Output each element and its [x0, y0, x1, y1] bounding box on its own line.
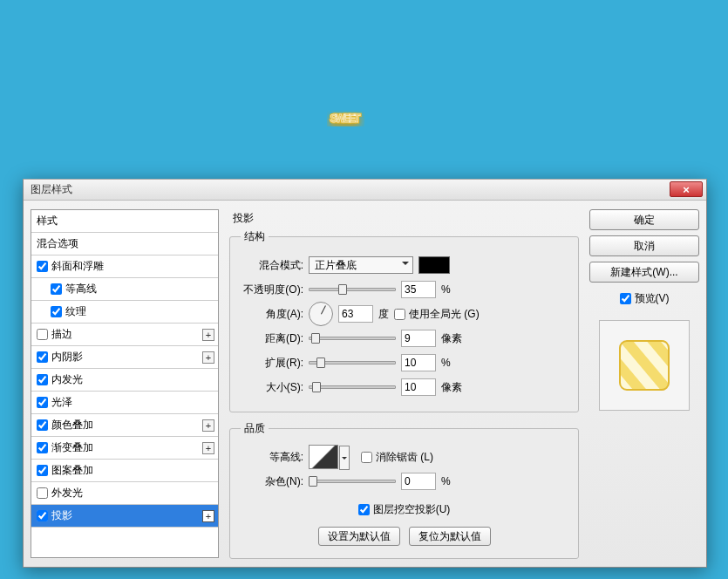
style-item-pattern-overlay[interactable]: 图案叠加	[31, 460, 218, 482]
preview-check[interactable]: 预览(V)	[589, 291, 699, 306]
ok-button[interactable]: 确定	[589, 209, 699, 230]
outer-glow-label: 外发光	[51, 486, 83, 501]
titlebar: 图层样式 ×	[24, 180, 706, 201]
styles-header-label: 样式	[37, 214, 58, 228]
antialias-checkbox[interactable]	[361, 452, 372, 463]
svg-text:SWEET: SWEET	[330, 112, 361, 125]
contour-picker[interactable]	[309, 445, 338, 469]
new-style-button[interactable]: 新建样式(W)...	[589, 262, 699, 283]
style-item-texture[interactable]: 纹理	[31, 301, 218, 324]
shadow-color-swatch[interactable]	[418, 256, 450, 274]
distance-input[interactable]	[401, 330, 436, 347]
opacity-slider[interactable]	[309, 288, 396, 291]
spread-input[interactable]	[401, 354, 436, 371]
noise-label: 杂色(N):	[241, 474, 303, 489]
style-item-color-overlay[interactable]: 颜色叠加 +	[31, 414, 218, 437]
distance-slider[interactable]	[309, 337, 396, 340]
style-list-header[interactable]: 样式	[31, 210, 218, 233]
drop-shadow-settings: 投影 结构 混合模式: 正片叠底 不透明度(O): % 角	[226, 209, 582, 558]
spread-slider[interactable]	[309, 361, 396, 364]
panel-title: 投影	[233, 211, 579, 226]
style-item-drop-shadow[interactable]: 投影 +	[31, 505, 218, 528]
cancel-button[interactable]: 取消	[589, 235, 699, 256]
style-item-stroke[interactable]: 描边 +	[31, 324, 218, 346]
color-overlay-add-icon[interactable]: +	[202, 419, 214, 432]
style-item-satin[interactable]: 光泽	[31, 392, 218, 414]
gradient-overlay-checkbox[interactable]	[37, 442, 48, 453]
angle-dial[interactable]	[309, 302, 333, 326]
size-input[interactable]	[401, 378, 436, 396]
knockout-label: 图层挖空投影(U)	[373, 502, 451, 517]
style-item-inner-shadow[interactable]: 内阴影 +	[31, 346, 218, 369]
noise-unit: %	[441, 475, 451, 487]
stroke-checkbox[interactable]	[37, 329, 48, 340]
gradient-overlay-label: 渐变叠加	[51, 440, 93, 455]
opacity-label: 不透明度(O):	[241, 283, 303, 297]
texture-checkbox[interactable]	[51, 306, 62, 317]
reset-default-button[interactable]: 复位为默认值	[409, 527, 491, 546]
inner-glow-checkbox[interactable]	[37, 374, 48, 385]
style-list: 样式 混合选项 斜面和浮雕 等高线 纹理 描边 +	[31, 209, 219, 558]
opacity-input[interactable]	[401, 281, 436, 298]
stroke-label: 描边	[51, 327, 72, 342]
make-default-button[interactable]: 设置为默认值	[318, 527, 400, 546]
pattern-overlay-checkbox[interactable]	[37, 465, 48, 476]
texture-label: 纹理	[65, 304, 86, 319]
contour-label: 等高线	[65, 282, 97, 296]
sweet-candy-text: SWEET SWEET	[109, 17, 580, 157]
quality-fieldset: 品质 等高线: 消除锯齿 (L) 杂色(N): %	[229, 421, 579, 559]
antialias-label: 消除锯齿 (L)	[376, 450, 433, 465]
pattern-overlay-label: 图案叠加	[51, 463, 93, 478]
bevel-checkbox[interactable]	[37, 261, 48, 272]
contour-dropdown-icon[interactable]	[339, 446, 350, 470]
close-button[interactable]: ×	[670, 181, 703, 197]
size-label: 大小(S):	[241, 380, 303, 395]
quality-legend: 品质	[241, 421, 269, 436]
preview-box	[599, 320, 690, 411]
drop-shadow-checkbox[interactable]	[37, 510, 48, 521]
noise-slider[interactable]	[309, 480, 396, 483]
preview-checkbox[interactable]	[620, 293, 631, 304]
global-light-check[interactable]: 使用全局光 (G)	[394, 307, 480, 322]
satin-checkbox[interactable]	[37, 397, 48, 408]
blend-mode-label: 混合模式:	[241, 258, 303, 273]
style-item-bevel[interactable]: 斜面和浮雕	[31, 255, 218, 278]
inner-shadow-checkbox[interactable]	[37, 351, 48, 363]
color-overlay-checkbox[interactable]	[37, 419, 48, 431]
blend-options-row[interactable]: 混合选项	[31, 233, 218, 255]
style-item-inner-glow[interactable]: 内发光	[31, 369, 218, 392]
knockout-checkbox[interactable]	[358, 504, 370, 515]
outer-glow-checkbox[interactable]	[37, 487, 48, 499]
angle-label: 角度(A):	[241, 307, 303, 322]
bevel-label: 斜面和浮雕	[51, 259, 104, 274]
global-light-checkbox[interactable]	[394, 309, 405, 320]
preview-swatch-icon	[616, 337, 672, 393]
antialias-check[interactable]: 消除锯齿 (L)	[361, 450, 433, 465]
size-unit: 像素	[441, 380, 462, 395]
spread-unit: %	[441, 357, 451, 369]
inner-shadow-add-icon[interactable]: +	[202, 351, 214, 364]
style-item-gradient-overlay[interactable]: 渐变叠加 +	[31, 437, 218, 460]
angle-input[interactable]	[338, 305, 373, 323]
style-item-outer-glow[interactable]: 外发光	[31, 482, 218, 505]
preview-label: 预览(V)	[635, 291, 670, 306]
gradient-overlay-add-icon[interactable]: +	[202, 442, 214, 454]
right-column: 确定 取消 新建样式(W)... 预览(V)	[589, 209, 699, 558]
style-item-contour[interactable]: 等高线	[31, 278, 218, 301]
distance-unit: 像素	[441, 331, 462, 346]
knockout-check[interactable]: 图层挖空投影(U)	[358, 502, 451, 517]
structure-fieldset: 结构 混合模式: 正片叠底 不透明度(O): % 角度(A):	[229, 229, 579, 412]
inner-glow-label: 内发光	[51, 372, 83, 387]
contour-checkbox[interactable]	[51, 283, 62, 295]
contour-label-text: 等高线:	[241, 450, 303, 465]
noise-input[interactable]	[401, 473, 436, 490]
global-light-label: 使用全局光 (G)	[409, 307, 480, 322]
inner-shadow-label: 内阴影	[51, 350, 83, 364]
size-slider[interactable]	[309, 385, 396, 389]
blend-options-label: 混合选项	[37, 236, 78, 251]
layer-style-dialog: 图层样式 × 样式 混合选项 斜面和浮雕 等高线 纹理	[23, 179, 707, 568]
stroke-add-icon[interactable]: +	[202, 329, 214, 341]
drop-shadow-add-icon[interactable]: +	[202, 510, 214, 522]
blend-mode-select[interactable]: 正片叠底	[309, 256, 413, 274]
structure-legend: 结构	[241, 229, 269, 244]
